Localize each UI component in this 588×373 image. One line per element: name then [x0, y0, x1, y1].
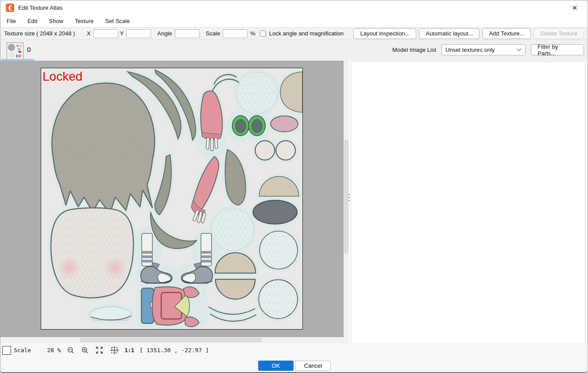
texture-filter-dropdown[interactable]: Unset textures only — [441, 44, 526, 55]
model-image-list-panel[interactable] — [351, 61, 585, 357]
ok-button[interactable]: OK — [258, 361, 294, 371]
menu-file[interactable]: File — [7, 18, 16, 24]
layout-inspection-button[interactable]: Layout inspection... — [353, 28, 416, 39]
lock-angle-label: Lock angle and magnification — [269, 30, 344, 37]
y-input[interactable] — [126, 29, 151, 38]
texture-tab-bar: 0 Model Image List Unset textures only F… — [0, 39, 588, 61]
app-icon-glyph: ❮ — [8, 4, 12, 11]
x-label: X — [87, 30, 91, 37]
toolbar: Texture size ( 2048 x 2048 ) X Y Angle S… — [0, 27, 588, 39]
fit-to-view-icon[interactable] — [95, 346, 104, 354]
title-bar: ❮ Edit Texture Atlas ✕ — [0, 0, 588, 15]
cursor-coordinates: [ 1351.30 , -22.97 ] — [139, 347, 209, 354]
texture-tab-label: 0 — [27, 46, 31, 53]
close-icon[interactable]: ✕ — [569, 2, 580, 14]
one-to-one-button[interactable]: 1:1 — [124, 347, 134, 354]
texture-thumbnail-image — [7, 43, 23, 59]
model-image-list-label: Model Image List — [392, 47, 436, 53]
texture-atlas-artwork — [41, 68, 302, 329]
menu-bar: File Edit Show Texture Set Scale — [0, 15, 588, 27]
texture-tab-thumbnail[interactable] — [7, 43, 23, 59]
menu-texture[interactable]: Texture — [75, 18, 94, 24]
percent-label: % — [250, 30, 255, 37]
horizontal-scrollbar-thumb[interactable] — [80, 338, 262, 342]
status-bar: Scale 28 % 1:1 [ 1351.30 , -22.97 ] — [0, 343, 588, 357]
dialog-footer: OK Cancel — [0, 357, 588, 373]
zoom-in-icon[interactable] — [81, 346, 89, 354]
chevron-down-icon — [517, 48, 522, 51]
texture-atlas-canvas[interactable]: Locked — [41, 68, 303, 330]
cubism-app-icon: ❮ — [6, 4, 14, 12]
panel-splitter-handle[interactable] — [348, 194, 351, 203]
lock-angle-checkbox[interactable] — [260, 31, 266, 37]
automatic-layout-button[interactable]: Automatic layout... — [419, 28, 480, 39]
scale-input[interactable] — [223, 29, 248, 38]
delete-texture-button: Delete Texture — [534, 28, 584, 39]
texture-filter-value: Unset textures only — [445, 47, 495, 53]
frame-fit-icon[interactable] — [110, 346, 119, 355]
menu-show[interactable]: Show — [49, 18, 63, 24]
y-label: Y — [120, 30, 124, 37]
texture-size-label: Texture size ( 2048 x 2048 ) — [4, 30, 85, 37]
angle-input[interactable] — [175, 29, 200, 38]
x-input[interactable] — [93, 29, 118, 38]
cancel-button[interactable]: Cancel — [295, 361, 331, 371]
menu-set-scale[interactable]: Set Scale — [105, 18, 130, 24]
locked-overlay-label: Locked — [43, 70, 82, 83]
zoom-percent-value: 28 % — [47, 347, 61, 354]
background-color-swatch[interactable] — [2, 346, 11, 355]
window-title: Edit Texture Atlas — [18, 4, 62, 11]
filter-by-parts-button[interactable]: Filter by Parts... — [531, 44, 584, 55]
add-texture-button[interactable]: Add Texture... — [482, 28, 531, 39]
horizontal-scrollbar[interactable] — [0, 337, 344, 343]
statusbar-scale-label: Scale — [14, 347, 31, 354]
zoom-out-icon[interactable] — [67, 346, 75, 354]
atlas-viewport[interactable]: Locked — [0, 61, 344, 337]
scale-label: Scale — [206, 30, 220, 37]
angle-label: Angle — [157, 30, 172, 37]
edit-texture-atlas-dialog: ❮ Edit Texture Atlas ✕ File Edit Show Te… — [0, 0, 588, 373]
menu-edit[interactable]: Edit — [27, 18, 37, 24]
